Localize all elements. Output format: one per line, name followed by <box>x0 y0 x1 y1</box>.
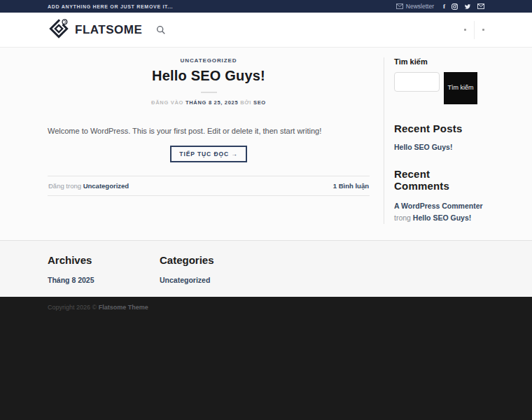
logo-text: FLATSOME <box>75 23 142 37</box>
instagram-icon[interactable] <box>451 4 458 10</box>
recent-comment-item: A WordPress Commenter trong Hello SEO Gu… <box>394 200 491 224</box>
search-icon[interactable] <box>156 25 166 35</box>
copyright-brand: Flatsome Theme <box>99 304 148 311</box>
comments-count-link[interactable]: 1 Bình luận <box>333 182 369 190</box>
post-title: Hello SEO Guys! <box>48 68 370 84</box>
absolute-footer: Copyright 2026 © Flatsome Theme <box>0 297 532 420</box>
top-bar: ADD ANYTHING HERE OR JUST REMOVE IT... N… <box>0 0 532 13</box>
newsletter-link[interactable]: Newsletter <box>396 3 434 10</box>
site-header: FLATSOME <box>0 13 532 48</box>
meta-by: BỞI <box>240 99 251 106</box>
sidebar-search-input[interactable] <box>394 72 440 92</box>
envelope-icon <box>396 4 403 9</box>
search-widget-label: Tìm kiếm <box>394 57 488 66</box>
read-more-row: TIẾP TỤC ĐỌC → <box>48 146 370 162</box>
recent-post-link[interactable]: Hello SEO Guys! <box>394 143 452 151</box>
header-divider <box>474 21 475 39</box>
categories-widget: Categories Uncategorized <box>160 254 272 297</box>
header-menu-dot-1[interactable] <box>464 29 466 31</box>
archives-widget: Archives Tháng 8 2025 <box>48 254 160 297</box>
facebook-icon[interactable]: f <box>443 4 445 9</box>
comment-post-link[interactable]: Hello SEO Guys! <box>413 214 471 222</box>
topbar-message: ADD ANYTHING HERE OR JUST REMOVE IT... <box>48 4 173 9</box>
posted-in-label: Đăng trong <box>48 182 81 190</box>
footer-widgets: Archives Tháng 8 2025 Categories Uncateg… <box>0 240 532 297</box>
copyright-prefix: Copyright 2026 © <box>48 304 99 311</box>
site-logo[interactable]: FLATSOME <box>48 18 142 43</box>
sidebar-search-button[interactable]: Tìm kiếm <box>444 72 477 104</box>
categories-title: Categories <box>160 254 272 266</box>
read-more-button[interactable]: TIẾP TỤC ĐỌC → <box>170 146 246 162</box>
sidebar: Tìm kiếm Tìm kiếm Recent Posts Hello SEO… <box>384 57 488 224</box>
comment-connector: trong <box>394 214 411 222</box>
recent-comments-title: Recent Comments <box>394 168 488 192</box>
post-excerpt: Welcome to WordPress. This is your first… <box>48 126 370 136</box>
comment-author-link[interactable]: A WordPress Commenter <box>394 202 483 210</box>
category-link[interactable]: Uncategorized <box>160 276 210 284</box>
meta-posted-on: ĐĂNG VÀO <box>151 99 183 106</box>
posted-in-category-link[interactable]: Uncategorized <box>83 182 129 190</box>
recent-posts-title: Recent Posts <box>394 122 488 134</box>
main-content: UNCATEGORIZED Hello SEO Guys! ĐĂNG VÀO T… <box>0 48 532 240</box>
copyright-text: Copyright 2026 © Flatsome Theme <box>48 304 484 311</box>
flatsome-diamond-icon <box>48 18 70 43</box>
title-divider <box>201 92 217 93</box>
header-menu-dot-2[interactable] <box>482 29 484 31</box>
post-category-link[interactable]: UNCATEGORIZED <box>48 57 370 64</box>
email-icon[interactable] <box>477 4 484 9</box>
post-article: UNCATEGORIZED Hello SEO Guys! ĐĂNG VÀO T… <box>48 57 370 224</box>
archive-link[interactable]: Tháng 8 2025 <box>48 276 94 284</box>
meta-date: THÁNG 8 25, 2025 <box>186 99 238 106</box>
topbar-right: Newsletter f <box>396 3 484 10</box>
post-footer-meta: Đăng trong Uncategorized 1 Bình luận <box>48 176 370 196</box>
page: ADD ANYTHING HERE OR JUST REMOVE IT... N… <box>0 0 532 420</box>
meta-author-link[interactable]: SEO <box>253 99 266 106</box>
newsletter-label: Newsletter <box>406 3 434 10</box>
header-right-menu <box>464 21 484 39</box>
twitter-icon[interactable] <box>464 4 471 10</box>
social-icons: f <box>443 4 484 10</box>
post-meta: ĐĂNG VÀO THÁNG 8 25, 2025 BỞI SEO <box>48 99 370 106</box>
archives-title: Archives <box>48 254 160 266</box>
search-widget: Tìm kiếm <box>394 72 488 104</box>
